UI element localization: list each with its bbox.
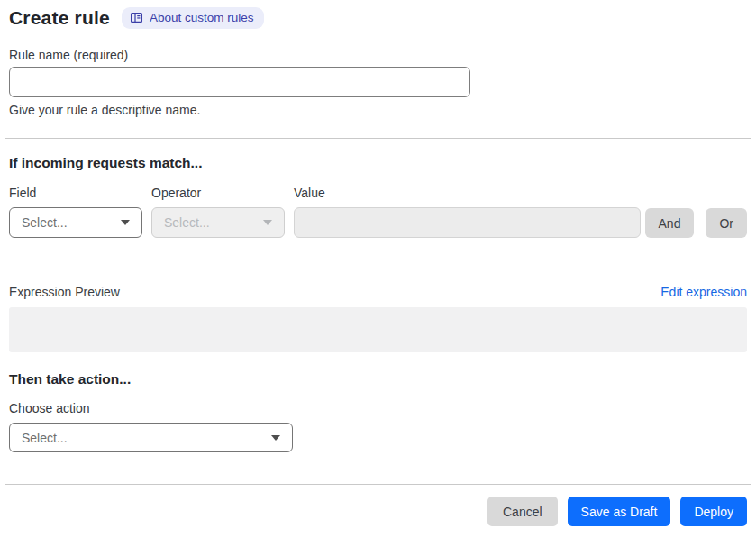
section-divider <box>5 138 751 139</box>
operator-select-value: Select... <box>164 215 210 230</box>
chevron-down-icon <box>271 435 280 441</box>
deploy-button[interactable]: Deploy <box>680 497 747 526</box>
footer-divider <box>5 484 751 485</box>
page-title: Create rule <box>9 7 110 29</box>
field-label: Field <box>9 186 142 200</box>
match-section-heading: If incoming requests match... <box>9 155 747 171</box>
field-select[interactable]: Select... <box>9 207 142 238</box>
edit-expression-link[interactable]: Edit expression <box>660 285 747 299</box>
or-button[interactable]: Or <box>706 208 747 238</box>
and-button[interactable]: And <box>645 208 695 238</box>
book-icon <box>130 11 143 24</box>
operator-label: Operator <box>151 186 285 200</box>
page-header: Create rule About custom rules <box>9 7 747 29</box>
action-section-heading: Then take action... <box>9 371 747 388</box>
value-column: Value <box>294 186 641 238</box>
match-condition-row: Field Select... Operator Select... Value <box>9 186 747 238</box>
create-rule-page: Create rule About custom rules Rule name… <box>0 0 756 526</box>
chevron-down-icon <box>263 220 272 225</box>
choose-action-select[interactable]: Select... <box>9 423 293 452</box>
footer-actions: Cancel Save as Draft Deploy <box>9 497 747 526</box>
save-as-draft-button[interactable]: Save as Draft <box>568 497 671 526</box>
about-custom-rules-label: About custom rules <box>150 11 254 24</box>
operator-column: Operator Select... <box>151 186 285 238</box>
expression-preview-header: Expression Preview Edit expression <box>9 285 747 299</box>
about-custom-rules-link[interactable]: About custom rules <box>122 7 265 29</box>
value-label: Value <box>294 186 641 200</box>
field-select-value: Select... <box>22 215 68 230</box>
expression-preview-label: Expression Preview <box>9 285 120 299</box>
field-column: Field Select... <box>9 186 142 238</box>
choose-action-select-value: Select... <box>22 431 68 445</box>
expression-preview-box <box>9 307 747 352</box>
cancel-button[interactable]: Cancel <box>487 497 558 526</box>
rule-name-helper: Give your rule a descriptive name. <box>9 103 747 117</box>
operator-select: Select... <box>151 207 285 238</box>
rule-name-label: Rule name (required) <box>9 48 747 62</box>
choose-action-label: Choose action <box>9 401 747 415</box>
value-input <box>294 207 641 238</box>
rule-name-input[interactable] <box>9 67 470 97</box>
chevron-down-icon <box>121 220 130 225</box>
conjunction-buttons: And Or <box>645 208 747 238</box>
